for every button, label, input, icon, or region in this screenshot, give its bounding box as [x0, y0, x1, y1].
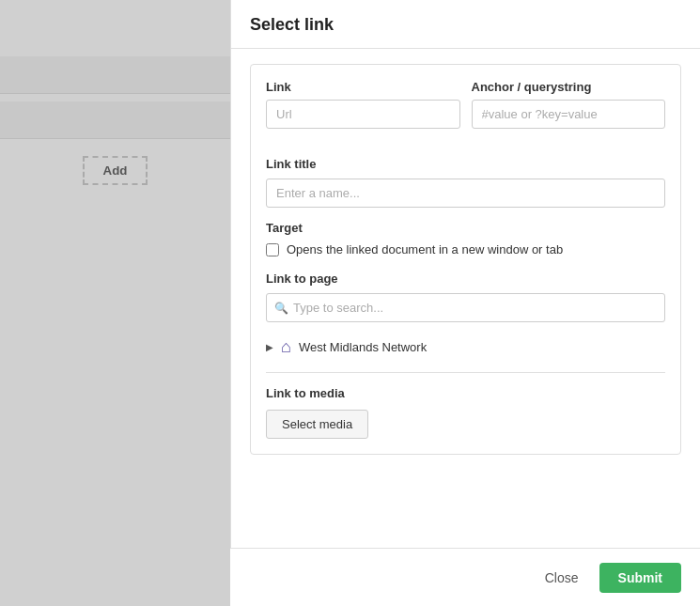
link-label: Link [266, 80, 460, 94]
target-checkbox-row: Opens the linked document in a new windo… [266, 242, 665, 256]
modal-title: Select link [250, 15, 334, 34]
target-checkbox[interactable] [266, 243, 279, 256]
search-icon: 🔍 [274, 302, 288, 315]
tree-arrow-icon: ▶ [266, 342, 273, 352]
modal-footer: Close Submit [230, 548, 700, 606]
link-anchor-row: Link Anchor / querystring [266, 80, 665, 142]
link-to-page-label: Link to page [266, 272, 665, 286]
select-media-button[interactable]: Select media [266, 410, 368, 439]
house-icon: ⌂ [281, 337, 291, 357]
link-group: Link [266, 80, 460, 129]
anchor-input[interactable] [472, 100, 666, 129]
bg-stripe-2 [0, 101, 230, 139]
modal-panel: Select link Link Anchor / querystring Li… [230, 0, 700, 606]
close-button[interactable]: Close [534, 565, 590, 591]
link-title-input[interactable] [266, 179, 665, 208]
target-checkbox-label: Opens the linked document in a new windo… [287, 242, 563, 256]
bg-stripe-1 [0, 56, 230, 94]
anchor-label: Anchor / querystring [472, 80, 666, 94]
tree-item-west-midlands[interactable]: ▶ ⌂ West Midlands Network [266, 334, 665, 361]
anchor-group: Anchor / querystring [472, 80, 666, 129]
link-to-media-label: Link to media [266, 386, 665, 400]
target-section: Target Opens the linked document in a ne… [266, 221, 665, 256]
modal-body: Link Anchor / querystring Link title Tar… [231, 49, 700, 540]
link-to-media-section: Link to media Select media [266, 386, 665, 439]
tree-item-label: West Midlands Network [299, 340, 427, 354]
submit-button[interactable]: Submit [599, 563, 681, 593]
modal-header: Select link [231, 0, 700, 49]
link-to-page-section: Link to page 🔍 ▶ ⌂ West Midlands Network [266, 272, 665, 361]
target-label: Target [266, 221, 665, 235]
link-title-label: Link title [266, 157, 665, 171]
form-card: Link Anchor / querystring Link title Tar… [250, 64, 681, 455]
divider [266, 372, 665, 373]
link-input[interactable] [266, 100, 460, 129]
left-panel: Add [0, 0, 230, 606]
page-search-input[interactable] [266, 293, 665, 322]
link-title-group: Link title [266, 157, 665, 208]
add-button[interactable]: Add [83, 156, 148, 185]
page-search-wrapper: 🔍 [266, 293, 665, 322]
